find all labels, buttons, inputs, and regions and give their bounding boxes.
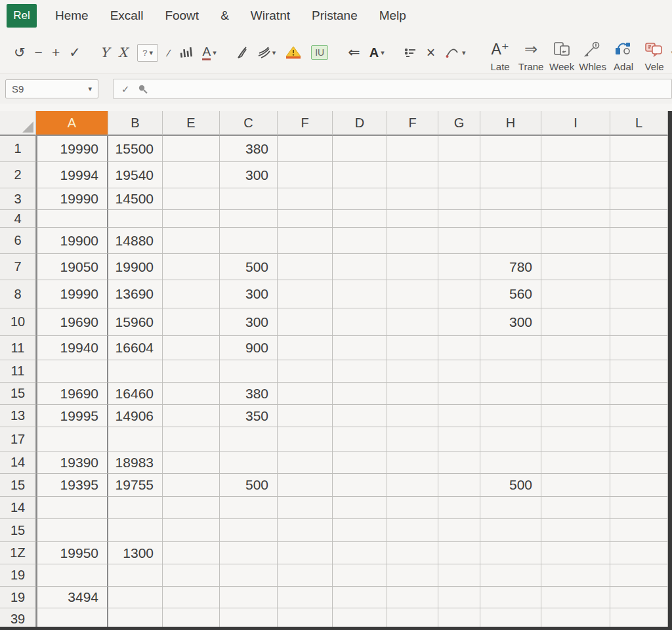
cell[interactable] [610,587,668,608]
row-header[interactable]: 11 [0,360,36,383]
curve-icon[interactable]: ▾ [444,47,466,58]
cell[interactable] [610,308,668,336]
cell[interactable] [480,519,541,542]
cell[interactable] [480,497,541,519]
app-logo[interactable]: Rel [7,4,37,28]
cell[interactable]: 19755 [108,474,163,497]
cell[interactable] [333,210,387,228]
menu-item-home[interactable]: Heme [55,9,89,23]
cell[interactable] [480,587,541,608]
cell[interactable]: 14906 [108,405,163,427]
row-header[interactable]: 11 [0,336,36,360]
cell[interactable]: 18983 [108,452,163,474]
cell[interactable] [333,405,387,427]
cell[interactable] [333,587,387,608]
arrow-left-icon[interactable]: ⇐ [348,44,360,61]
column-header-e-2[interactable]: E [163,111,220,136]
column-header-b-1[interactable]: B [108,111,163,136]
brush-icon[interactable]: ▾ [257,47,276,58]
slash-icon[interactable]: ∕ [168,47,170,58]
cell[interactable] [220,542,278,564]
cell[interactable]: 1300 [108,542,163,564]
cell[interactable] [333,542,387,564]
cell[interactable]: 19540 [108,162,163,188]
cell[interactable] [278,254,333,280]
cell[interactable] [387,519,438,542]
cell[interactable] [438,254,480,280]
cell[interactable] [163,162,220,188]
cell[interactable] [438,188,480,210]
cell[interactable] [480,360,541,383]
cell[interactable] [438,497,480,519]
cell[interactable] [163,280,220,308]
plus-icon[interactable]: + [52,45,60,60]
cell[interactable] [610,188,668,210]
cell[interactable] [480,427,541,452]
bold-a-icon[interactable]: A ▾ [369,45,385,60]
cell[interactable] [220,228,278,254]
cell[interactable] [541,280,610,308]
cell[interactable] [333,383,387,405]
check-icon[interactable]: ✓ [69,45,81,60]
column-header-i-9[interactable]: I [541,111,610,136]
column-header-d-5[interactable]: D [333,111,387,136]
cell[interactable] [480,452,541,474]
adal-button[interactable]: Adal [608,33,639,72]
cell[interactable] [387,188,438,210]
cell[interactable] [387,228,438,254]
cell[interactable] [541,383,610,405]
cell[interactable] [541,308,610,336]
cell[interactable] [333,564,387,587]
italic-x-icon[interactable]: X [118,45,127,60]
cell[interactable] [387,254,438,280]
row-header[interactable]: 7 [0,254,36,280]
cell[interactable]: 780 [480,254,541,280]
row-header[interactable]: 19 [0,587,36,608]
cell[interactable]: 19690 [36,383,108,405]
highlight-iu-icon[interactable]: IU [311,45,328,60]
whles-button[interactable]: Whles [578,33,608,72]
cell[interactable] [610,210,668,228]
cell[interactable] [387,474,438,497]
cell[interactable] [108,360,163,383]
cell[interactable] [108,497,163,519]
cell[interactable] [541,452,610,474]
cell[interactable] [278,228,333,254]
menu-item-pristane[interactable]: Pristane [312,9,358,23]
cell[interactable] [278,308,333,336]
cell[interactable] [333,336,387,360]
cell[interactable] [541,474,610,497]
cell[interactable] [278,360,333,383]
vele-button[interactable]: Vele [639,33,670,72]
cell[interactable] [387,336,438,360]
trane-button[interactable]: ⇒ Trane [516,33,547,72]
cell[interactable] [438,360,480,383]
cell[interactable] [541,254,610,280]
cell[interactable] [610,519,668,542]
cell[interactable] [438,542,480,564]
cell[interactable] [480,405,541,427]
cell[interactable] [163,136,220,162]
cell[interactable] [333,360,387,383]
cell[interactable]: 900 [220,336,278,360]
cell[interactable] [610,162,668,188]
cell[interactable] [163,405,220,427]
cell[interactable]: 16604 [108,336,163,360]
cell[interactable] [278,336,333,360]
name-box[interactable]: S9 ▾ [5,79,98,98]
week-button[interactable]: Week [547,33,578,72]
cell[interactable] [541,427,610,452]
cell[interactable] [333,188,387,210]
cell[interactable] [163,452,220,474]
menu-item-amp[interactable]: & [220,9,229,23]
formula-input[interactable]: ✓ [113,79,672,99]
undo-icon[interactable]: ↺ [14,45,26,60]
row-header[interactable]: 10 [0,308,36,336]
cell[interactable] [541,210,610,228]
menu-item-foowt[interactable]: Foowt [165,9,199,23]
cell[interactable]: 19690 [36,308,108,336]
row-header[interactable]: 4 [0,210,36,228]
cell[interactable] [387,360,438,383]
list-icon[interactable] [404,47,417,58]
cell[interactable]: 19995 [36,405,108,427]
